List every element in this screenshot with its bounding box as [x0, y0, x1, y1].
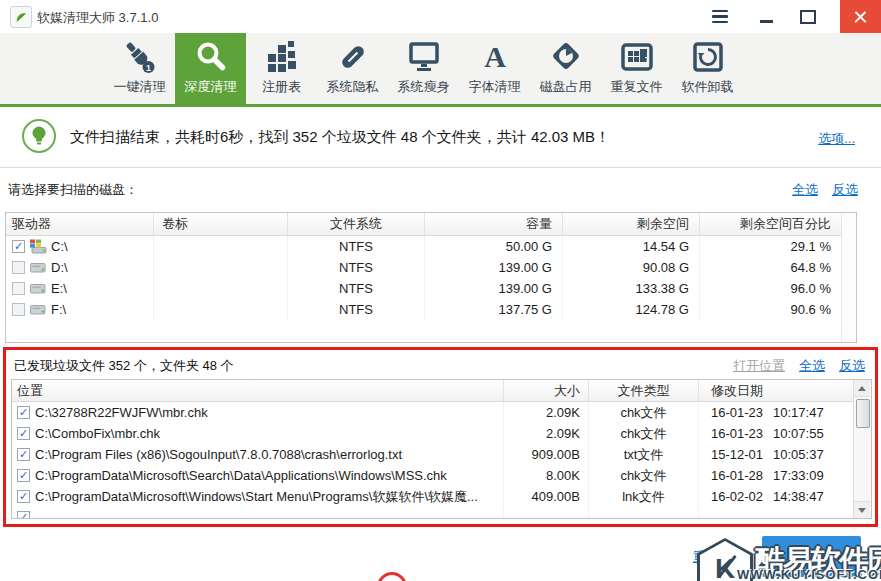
scroll-down-icon: [858, 508, 866, 513]
drive-label: D:\: [51, 260, 68, 275]
disk-row[interactable]: E:\NTFS139.00 G133.38 G96.0 %: [6, 278, 842, 299]
file-row[interactable]: ✓C:\Program Files (x86)\SogouInput\7.8.0…: [12, 444, 854, 465]
free-percent-cell: 64.8 %: [700, 257, 842, 278]
maximize-button[interactable]: [790, 0, 826, 33]
column-header-3[interactable]: 文件系统: [288, 213, 425, 235]
file-path-label: C:\ProgramData\Microsoft\Windows\Start M…: [35, 488, 478, 506]
magnifier-icon: [192, 38, 230, 76]
volume-cell: [154, 257, 288, 278]
checkbox[interactable]: ✓: [12, 240, 25, 253]
file-path-cell: ✓C:\Program Files (x86)\SogouInput\7.8.0…: [12, 444, 504, 465]
checkbox[interactable]: ✓: [17, 427, 30, 440]
checkbox[interactable]: [12, 303, 25, 316]
disk-select-all-link[interactable]: 全选: [792, 181, 818, 199]
scroll-up-button[interactable]: [854, 380, 870, 397]
toolbar-item-magnifier[interactable]: 深度清理: [175, 33, 246, 104]
toolbar-item-letter-a[interactable]: A字体清理: [459, 33, 530, 104]
drive-icon: [29, 260, 47, 275]
disk-row[interactable]: F:\NTFS137.75 G124.78 G90.6 %: [6, 299, 842, 320]
toolbar-item-duplicate-files[interactable]: 重复文件: [601, 33, 672, 104]
scan-result-message: 文件扫描结束，共耗时6秒，找到 352 个垃圾文件 48 个文件夹，共计 42.…: [70, 128, 610, 147]
toolbar-item-label: 注册表: [262, 78, 301, 96]
file-path-cell: ✓C:\ProgramData\Microsoft\Search\Data\Ap…: [12, 465, 504, 486]
toolbar-item-label: 磁盘占用: [540, 78, 592, 96]
close-button[interactable]: [840, 0, 881, 33]
checkbox[interactable]: ✓: [17, 406, 30, 419]
column-header-4[interactable]: 修改日期: [699, 380, 854, 401]
toolbar-item-monitor[interactable]: 系统瘦身: [388, 33, 459, 104]
toolbar-item-label: 字体清理: [469, 78, 521, 96]
menu-icon[interactable]: [702, 0, 738, 33]
uninstall-icon: [689, 38, 727, 76]
checkbox[interactable]: ✓: [17, 511, 30, 519]
checkbox[interactable]: [12, 261, 25, 274]
watermark-site-url: WWW.KUYISOFT.COM: [737, 567, 881, 581]
files-invert-select-link[interactable]: 反选: [839, 357, 865, 375]
file-size-cell: 909.00B: [504, 444, 589, 465]
column-header-2[interactable]: 大小: [504, 380, 589, 401]
file-path-cell: ✓C:\ProgramData\Microsoft\Windows\Start …: [12, 486, 504, 507]
toolbar-item-label: 系统隐私: [327, 78, 379, 96]
lightbulb-icon: [22, 119, 56, 153]
toolbar-item-brush[interactable]: 1一键清理: [104, 33, 175, 104]
file-time-label: 10:05:37: [773, 447, 824, 462]
toolbar-item-registry-grid[interactable]: 注册表: [246, 33, 317, 104]
column-header-1[interactable]: 位置: [12, 380, 504, 401]
column-header-5[interactable]: 剩余空间: [563, 213, 700, 235]
file-size-cell: 409.00B: [504, 486, 589, 507]
toolbar-item-uninstall[interactable]: 软件卸载: [672, 33, 743, 104]
disk-row[interactable]: D:\NTFS139.00 G90.08 G64.8 %: [6, 257, 842, 278]
file-date-cell: 16-01-2310:17:47: [699, 402, 854, 423]
windows-drive-icon: [29, 239, 47, 254]
column-header-6[interactable]: 剩余空间百分比: [700, 213, 842, 235]
red-arc-decoration: [377, 572, 407, 581]
checkbox[interactable]: [12, 282, 25, 295]
drive-icon: [29, 281, 47, 296]
file-type-cell: [589, 507, 699, 519]
checkbox[interactable]: ✓: [17, 448, 30, 461]
file-date-label: 16-01-23: [711, 405, 763, 420]
file-size-cell: [504, 507, 589, 519]
file-row[interactable]: ✓C:\32788R22FWJFW\mbr.chk2.09Kchk文件16-01…: [12, 402, 854, 423]
open-location-link[interactable]: 打开位置: [733, 357, 785, 375]
checkbox[interactable]: ✓: [17, 490, 30, 503]
toolbar-item-label: 深度清理: [185, 78, 237, 96]
monitor-icon: [405, 38, 443, 76]
file-row[interactable]: ✓C:\ComboFix\mbr.chk2.09Kchk文件16-01-2310…: [12, 423, 854, 444]
junk-summary-label: 已发现垃圾文件 352 个，文件夹 48 个: [14, 357, 234, 375]
file-date-cell: 16-02-0214:38:47: [699, 486, 854, 507]
column-header-3[interactable]: 文件类型: [589, 380, 699, 401]
capacity-cell: 139.00 G: [425, 278, 563, 299]
free-space-cell: 14.54 G: [563, 236, 700, 257]
toolbar-item-disk-pie[interactable]: 磁盘占用: [530, 33, 601, 104]
file-row[interactable]: ✓C:\ProgramData\Microsoft\Search\Data\Ap…: [12, 465, 854, 486]
toolbar-item-capsule[interactable]: 系统隐私: [317, 33, 388, 104]
disk-invert-select-link[interactable]: 反选: [832, 181, 858, 199]
file-table-scrollbar[interactable]: [853, 380, 871, 518]
minimize-button[interactable]: [748, 0, 784, 33]
drive-cell: ✓C:\: [6, 236, 154, 257]
scroll-down-button[interactable]: [854, 501, 870, 518]
letter-a-icon: A: [476, 38, 514, 76]
disk-row[interactable]: ✓C:\NTFS50.00 G14.54 G29.1 %: [6, 236, 842, 257]
duplicate-files-icon: [618, 38, 656, 76]
drive-cell: D:\: [6, 257, 154, 278]
files-select-all-link[interactable]: 全选: [799, 357, 825, 375]
file-type-cell: txt文件: [589, 444, 699, 465]
checkbox[interactable]: ✓: [17, 469, 30, 482]
file-date-label: 16-01-23: [711, 426, 763, 441]
file-row[interactable]: ✓C:\ProgramData\Microsoft\Windows\Start …: [12, 486, 854, 507]
file-path-cell: ✓C:\ComboFix\mbr.chk: [12, 423, 504, 444]
file-row[interactable]: ✓: [12, 507, 854, 519]
column-header-1[interactable]: 驱动器: [6, 213, 154, 235]
status-banner: 文件扫描结束，共耗时6秒，找到 352 个垃圾文件 48 个文件夹，共计 42.…: [0, 107, 881, 168]
drive-icon: [29, 302, 47, 317]
column-header-4[interactable]: 容量: [425, 213, 563, 235]
scrollbar-thumb[interactable]: [856, 399, 870, 428]
options-link[interactable]: 选项...: [818, 130, 855, 148]
capacity-cell: 139.00 G: [425, 257, 563, 278]
column-header-2[interactable]: 卷标: [154, 213, 288, 235]
disk-table: 驱动器卷标文件系统容量剩余空间剩余空间百分比 ✓C:\NTFS50.00 G14…: [5, 212, 857, 343]
capsule-icon: [334, 38, 372, 76]
free-space-cell: 90.08 G: [563, 257, 700, 278]
